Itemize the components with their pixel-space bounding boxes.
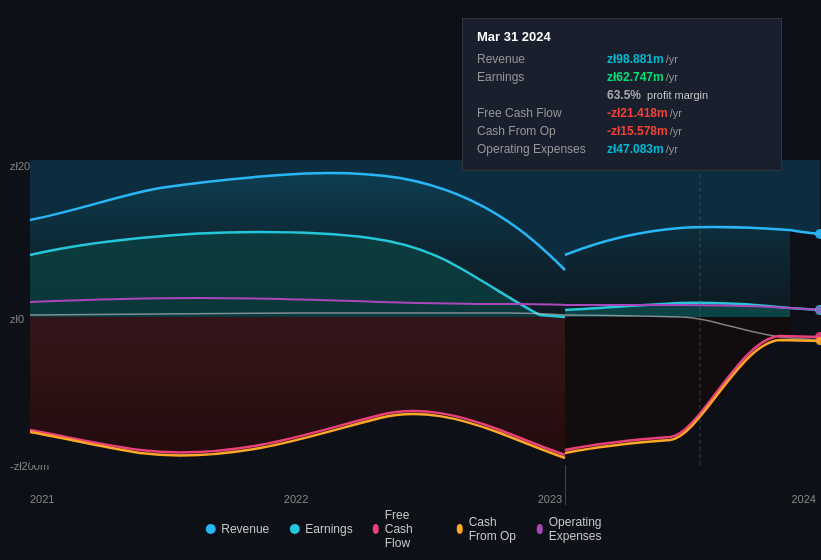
tooltip-label-revenue: Revenue (477, 52, 607, 66)
legend-label-earnings: Earnings (305, 522, 352, 536)
legend-item-earnings: Earnings (289, 522, 352, 536)
legend-item-cashop: Cash From Op (457, 515, 517, 543)
x-axis-labels: 2021 2022 2023 2024 (30, 493, 816, 505)
tooltip-unit-fcf: /yr (670, 107, 682, 119)
tooltip-margin-note: profit margin (647, 89, 708, 101)
legend-dot-cashop (457, 524, 463, 534)
x-label-2022: 2022 (284, 493, 308, 505)
tooltip-label-opex: Operating Expenses (477, 142, 607, 156)
tooltip-unit-cashop: /yr (670, 125, 682, 137)
x-label-2023: 2023 (538, 493, 562, 505)
tooltip-row-earnings: Earnings zł62.747m /yr (477, 70, 767, 84)
tooltip-value-cashop: -zł15.578m (607, 124, 668, 138)
legend-item-fcf: Free Cash Flow (373, 508, 437, 550)
tooltip-label-earnings: Earnings (477, 70, 607, 84)
x-label-2024: 2024 (791, 493, 815, 505)
chart-legend: Revenue Earnings Free Cash Flow Cash Fro… (205, 508, 616, 550)
tooltip-row-opex: Operating Expenses zł47.083m /yr (477, 142, 767, 156)
legend-dot-earnings (289, 524, 299, 534)
x-label-2021: 2021 (30, 493, 54, 505)
tooltip-row-margin: 63.5% profit margin (477, 88, 767, 102)
tooltip-title: Mar 31 2024 (477, 29, 767, 44)
tooltip-value-opex: zł47.083m (607, 142, 664, 156)
tooltip-label-fcf: Free Cash Flow (477, 106, 607, 120)
tooltip-unit-opex: /yr (666, 143, 678, 155)
tooltip-unit-revenue: /yr (666, 53, 678, 65)
tooltip-unit-earnings: /yr (666, 71, 678, 83)
tooltip-value-earnings: zł62.747m (607, 70, 664, 84)
legend-label-fcf: Free Cash Flow (385, 508, 437, 550)
tooltip-value-fcf: -zł21.418m (607, 106, 668, 120)
legend-item-opex: Operating Expenses (537, 515, 616, 543)
legend-dot-revenue (205, 524, 215, 534)
legend-label-cashop: Cash From Op (469, 515, 517, 543)
tooltip-label-cashop: Cash From Op (477, 124, 607, 138)
legend-label-revenue: Revenue (221, 522, 269, 536)
tooltip-row-revenue: Revenue zł98.881m /yr (477, 52, 767, 66)
tooltip-value-margin: 63.5% (607, 88, 641, 102)
tooltip-row-cashop: Cash From Op -zł15.578m /yr (477, 124, 767, 138)
legend-item-revenue: Revenue (205, 522, 269, 536)
legend-dot-opex (537, 524, 543, 534)
tooltip-row-fcf: Free Cash Flow -zł21.418m /yr (477, 106, 767, 120)
tooltip-value-revenue: zł98.881m (607, 52, 664, 66)
data-tooltip: Mar 31 2024 Revenue zł98.881m /yr Earnin… (462, 18, 782, 171)
legend-dot-fcf (373, 524, 379, 534)
legend-label-opex: Operating Expenses (549, 515, 616, 543)
